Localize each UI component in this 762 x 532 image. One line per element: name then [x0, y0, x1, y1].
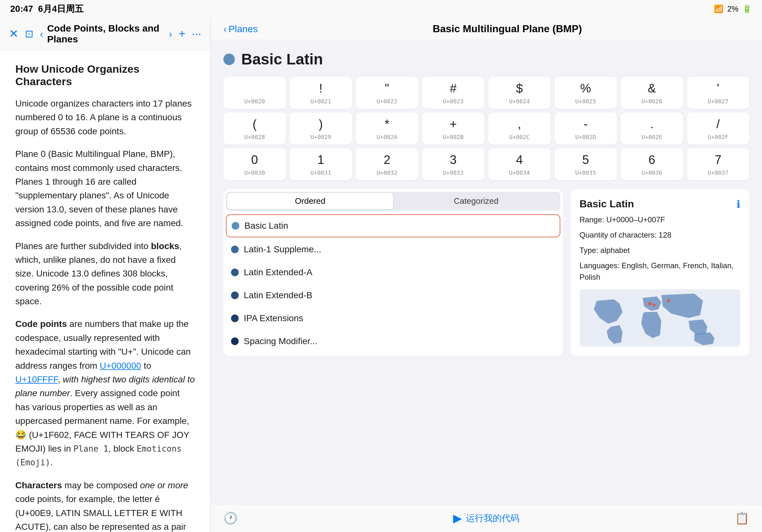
- char-cell[interactable]: & U+0026: [621, 77, 683, 109]
- char-cell-symbol: 6: [648, 152, 655, 167]
- block-list: Basic Latin Latin-1 Suppleme... Latin Ex…: [226, 214, 560, 353]
- char-cell-code: U+0023: [443, 98, 464, 104]
- add-button[interactable]: +: [179, 27, 186, 40]
- char-cell[interactable]: 3 U+0033: [422, 148, 485, 180]
- block-list-item[interactable]: Latin Extended-A: [226, 262, 560, 283]
- char-cell[interactable]: 5 U+0035: [555, 148, 617, 180]
- char-cell-symbol: #: [450, 81, 457, 96]
- block-list-label: Spacing Modifier...: [244, 336, 317, 346]
- clock-button[interactable]: 🕐: [223, 511, 238, 525]
- back-button[interactable]: ‹ Planes: [223, 24, 258, 34]
- char-cell[interactable]: ! U+0021: [290, 77, 352, 109]
- char-cell-code: U+0026: [642, 98, 662, 104]
- char-cell-code: U+002E: [642, 134, 662, 140]
- char-cell[interactable]: ) U+0029: [290, 112, 352, 145]
- char-cell-code: U+0032: [377, 169, 397, 176]
- char-cell-symbol: &: [648, 81, 656, 96]
- block-list-item[interactable]: Spacing Modifier...: [226, 330, 560, 352]
- right-panel: ‹ Planes Basic Multilingual Plane (BMP) …: [211, 18, 762, 532]
- play-icon: ▶: [453, 511, 462, 525]
- main-layout: ✕ ⊡ ‹ Code Points, Blocks and Planes › +…: [0, 18, 762, 532]
- char-cell-code: U+0034: [509, 169, 530, 176]
- run-code-label: 运行我的代码: [466, 512, 519, 524]
- char-cell-symbol: /: [717, 116, 720, 132]
- next-page-button[interactable]: ›: [169, 28, 172, 40]
- info-icon-button[interactable]: ℹ: [736, 198, 740, 210]
- char-cell[interactable]: + U+002B: [422, 112, 485, 145]
- char-cell[interactable]: % U+0025: [555, 77, 617, 109]
- block-list-item[interactable]: IPA Extensions: [226, 307, 560, 329]
- article-para2: Plane 0 (Basic Multilingual Plane, BMP),…: [15, 147, 195, 230]
- char-cell[interactable]: * U+002A: [356, 112, 418, 145]
- char-cell[interactable]: / U+002F: [687, 112, 750, 145]
- char-cell[interactable]: $ U+0024: [488, 77, 551, 109]
- block-list-label: Latin-1 Suppleme...: [244, 244, 321, 254]
- doc-icon: 📋: [735, 511, 749, 525]
- char-cell-symbol: $: [516, 81, 523, 96]
- split-view-button[interactable]: ⊡: [25, 28, 34, 40]
- back-label: Planes: [228, 24, 258, 34]
- char-cell-symbol: +: [450, 116, 457, 132]
- doc-button[interactable]: 📋: [735, 511, 749, 525]
- char-cell-symbol: ): [319, 116, 323, 132]
- char-cell[interactable]: " U+0022: [356, 77, 418, 109]
- block-list-item[interactable]: Latin Extended-B: [226, 285, 560, 306]
- char-cell[interactable]: 2 U+0032: [356, 148, 418, 180]
- char-cell-code: U+0022: [377, 98, 397, 104]
- info-quantity: Quantity of characters: 128: [579, 229, 740, 241]
- info-panel: Basic Latin ℹ Range: U+0000–U+007F Quant…: [571, 189, 749, 356]
- left-content: How Unicode Organizes Characters Unicode…: [0, 50, 210, 532]
- info-languages: Languages: English, German, French, Ital…: [579, 260, 740, 283]
- char-cell-code: U+0036: [642, 169, 662, 176]
- right-content: Basic Latin U+0020 ! U+0021 " U+0022 # U…: [211, 40, 762, 504]
- info-type: Type: alphabet: [579, 245, 740, 256]
- clock-icon: 🕐: [223, 511, 238, 525]
- char-cell-symbol: 5: [582, 152, 589, 167]
- block-list-dot: [231, 314, 239, 322]
- wifi-icon: 📶: [714, 4, 724, 13]
- more-button[interactable]: ···: [192, 27, 201, 40]
- article-heading: How Unicode Organizes Characters: [15, 63, 195, 88]
- char-cell[interactable]: ' U+0027: [687, 77, 750, 109]
- char-cell-symbol: 2: [384, 152, 390, 167]
- char-cell[interactable]: 4 U+0034: [488, 148, 551, 180]
- left-toolbar: ✕ ⊡ ‹ Code Points, Blocks and Planes › +…: [0, 18, 210, 50]
- block-tab-ordered[interactable]: Ordered: [227, 193, 393, 209]
- article-para4: Code points are numbers that make up the…: [15, 317, 195, 469]
- char-cell[interactable]: . U+002E: [621, 112, 683, 145]
- block-list-panel: OrderedCategorized Basic Latin Latin-1 S…: [223, 189, 563, 356]
- block-header-title: Basic Latin: [241, 50, 323, 68]
- char-cell[interactable]: , U+002C: [488, 112, 551, 145]
- char-cell[interactable]: 6 U+0036: [621, 148, 683, 180]
- char-cell-code: U+0028: [244, 134, 265, 140]
- char-cell-code: U+0027: [708, 98, 728, 104]
- left-panel: ✕ ⊡ ‹ Code Points, Blocks and Planes › +…: [0, 18, 211, 532]
- battery-icon: 🔋: [742, 4, 752, 13]
- char-cell-symbol: ": [385, 81, 389, 96]
- close-button[interactable]: ✕: [9, 27, 19, 40]
- char-cell[interactable]: 0 U+0030: [223, 148, 286, 180]
- char-cell-symbol: 0: [251, 152, 258, 167]
- info-panel-title-row: Basic Latin ℹ: [579, 198, 740, 210]
- char-cell-symbol: !: [319, 81, 323, 96]
- block-list-item[interactable]: Latin-1 Suppleme...: [226, 238, 560, 260]
- block-list-item[interactable]: Basic Latin: [226, 214, 560, 237]
- run-code-button[interactable]: ▶ 运行我的代码: [238, 511, 735, 525]
- char-cell[interactable]: U+0020: [223, 77, 286, 109]
- block-tab-categorized[interactable]: Categorized: [393, 193, 559, 209]
- char-cell[interactable]: 7 U+0037: [687, 148, 750, 180]
- char-cell[interactable]: # U+0023: [422, 77, 485, 109]
- block-list-dot: [232, 222, 239, 230]
- char-cell[interactable]: - U+002D: [555, 112, 617, 145]
- world-map: [579, 289, 740, 347]
- block-header: Basic Latin: [223, 50, 749, 68]
- char-cell[interactable]: ( U+0028: [223, 112, 286, 145]
- bottom-toolbar: 🕐 ▶ 运行我的代码 📋: [211, 504, 762, 532]
- char-cell[interactable]: 1 U+0031: [290, 148, 352, 180]
- prev-page-button[interactable]: ‹: [40, 28, 43, 40]
- status-bar: 20:47 6月4日周五 📶 2% 🔋: [0, 0, 762, 18]
- block-list-dot: [231, 337, 239, 345]
- block-list-label: Latin Extended-B: [244, 290, 312, 300]
- char-cell-code: U+0037: [708, 169, 728, 176]
- block-list-label: IPA Extensions: [244, 313, 303, 323]
